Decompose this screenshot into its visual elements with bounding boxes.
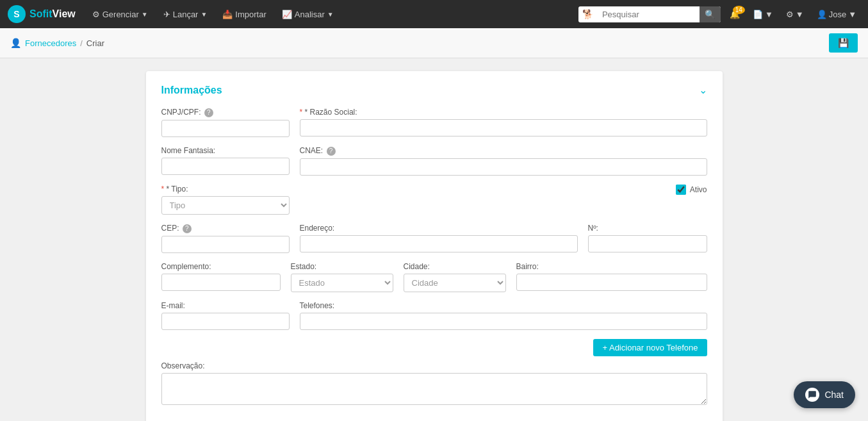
ativo-check: Ativo xyxy=(676,185,707,195)
endereco-input[interactable] xyxy=(300,235,578,252)
razao-group: * * Razão Social: xyxy=(300,108,707,137)
save-icon: 💾 xyxy=(838,38,849,48)
send-icon: ✈ xyxy=(163,10,170,19)
cnpj-label: CNPJ/CPF: ? xyxy=(161,108,290,117)
email-input[interactable] xyxy=(161,313,290,330)
nav-importar[interactable]: 📥 Importar xyxy=(216,6,272,23)
estado-label: Estado: xyxy=(291,262,393,271)
cnae-group: CNAE: ? xyxy=(300,146,707,176)
chat-label: Chat xyxy=(824,390,844,400)
nome-fantasia-label: Nome Fantasia: xyxy=(161,146,290,155)
navbar-right: 🐕 🔍 🔔 14 📄 ▼ ⚙ ▼ 👤 Jose ▼ xyxy=(578,6,860,22)
collapse-icon[interactable]: ⌄ xyxy=(699,84,707,96)
cep-input[interactable] xyxy=(161,236,290,253)
endereco-label: Endereço: xyxy=(300,224,578,233)
numero-group: Nº: xyxy=(588,224,707,253)
chevron-down-icon: ▼ xyxy=(327,11,334,18)
nav-gerenciar-label: Gerenciar xyxy=(102,10,139,19)
breadcrumb-parent-link[interactable]: Fornecedores xyxy=(25,38,76,48)
nav-importar-label: Importar xyxy=(235,10,266,19)
numero-input[interactable] xyxy=(588,235,707,252)
cnae-label: CNAE: ? xyxy=(300,146,707,156)
file-icon: 📄 xyxy=(753,10,763,19)
save-top-button[interactable]: 💾 xyxy=(829,33,858,53)
ativo-label: Ativo xyxy=(690,185,707,194)
breadcrumb-bar: 👤 Fornecedores / Criar 💾 xyxy=(0,28,868,58)
nome-fantasia-input[interactable] xyxy=(161,158,290,175)
chat-button[interactable]: Chat xyxy=(794,381,855,408)
bairro-input[interactable] xyxy=(516,274,707,291)
nav-items: ⚙ Gerenciar ▼ ✈ Lançar ▼ 📥 Importar 📈 An… xyxy=(86,6,578,23)
cidade-label: Cidade: xyxy=(404,262,506,271)
cep-group: CEP: ? xyxy=(161,224,290,253)
nome-fantasia-group: Nome Fantasia: xyxy=(161,146,290,176)
telefone-input[interactable] xyxy=(300,313,707,330)
tipo-select[interactable]: Tipo xyxy=(161,196,290,215)
add-phone-button[interactable]: + Adicionar novo Telefone xyxy=(593,339,707,356)
form-row-6: E-mail: Telefones: xyxy=(161,301,707,330)
notification-bell[interactable]: 🔔 14 xyxy=(726,7,744,22)
brand-sofit: Sofit xyxy=(29,8,53,20)
ativo-group: Ativo xyxy=(300,185,707,215)
navbar: S Sofit View ⚙ Gerenciar ▼ ✈ Lançar ▼ 📥 … xyxy=(0,0,868,28)
nav-gerenciar[interactable]: ⚙ Gerenciar ▼ xyxy=(86,6,154,23)
cep-label: CEP: ? xyxy=(161,224,290,233)
breadcrumb: 👤 Fornecedores / Criar xyxy=(10,38,104,48)
email-label: E-mail: xyxy=(161,301,290,310)
email-group: E-mail: xyxy=(161,301,290,330)
cep-help-icon[interactable]: ? xyxy=(183,224,192,233)
search-dog-icon: 🐕 xyxy=(578,6,597,22)
chevron-down-icon: ▼ xyxy=(796,10,804,19)
cnae-help-icon[interactable]: ? xyxy=(327,147,336,156)
docs-menu[interactable]: 📄 ▼ xyxy=(749,7,777,22)
search-input[interactable] xyxy=(597,7,700,22)
razao-input[interactable] xyxy=(300,119,707,136)
user-label: Jose xyxy=(829,10,846,19)
chat-bubble-icon xyxy=(805,388,819,402)
nav-lancar[interactable]: ✈ Lançar ▼ xyxy=(157,6,214,23)
cnae-input[interactable] xyxy=(300,158,707,176)
chevron-down-icon: ▼ xyxy=(848,10,856,19)
section-title: Informações xyxy=(161,85,222,96)
telefones-group: Telefones: xyxy=(300,301,707,330)
form-row-3: * * Tipo: Tipo Ativo xyxy=(161,185,707,215)
endereco-group: Endereço: xyxy=(300,224,578,253)
user-icon: 👤 xyxy=(817,10,827,19)
settings-menu[interactable]: ⚙ ▼ xyxy=(782,7,808,22)
cnpj-input[interactable] xyxy=(161,120,290,137)
card-header: Informações ⌄ xyxy=(161,84,707,96)
estado-select[interactable]: Estado xyxy=(291,274,393,292)
notification-badge: 14 xyxy=(733,6,745,14)
chevron-down-icon: ▼ xyxy=(142,11,148,18)
ativo-checkbox[interactable] xyxy=(676,185,686,195)
nav-analisar-label: Analisar xyxy=(295,10,325,19)
razao-label: * * Razão Social: xyxy=(300,108,707,117)
chat-icon xyxy=(808,390,817,399)
logo-icon: S xyxy=(8,5,26,23)
numero-label: Nº: xyxy=(588,224,707,233)
user-menu[interactable]: 👤 Jose ▼ xyxy=(813,7,860,22)
brand-view: View xyxy=(53,8,76,20)
chart-icon: 📈 xyxy=(282,10,292,19)
search-box: 🐕 🔍 xyxy=(578,6,721,22)
page-content: Informações ⌄ CNPJ/CPF: ? * * Razão Soci… xyxy=(0,58,868,421)
complemento-input[interactable] xyxy=(161,274,281,291)
nav-analisar[interactable]: 📈 Analisar ▼ xyxy=(275,6,340,23)
chevron-down-icon: ▼ xyxy=(201,11,207,18)
bairro-group: Bairro: xyxy=(516,262,707,292)
bairro-label: Bairro: xyxy=(516,262,707,271)
cidade-select[interactable]: Cidade xyxy=(404,274,506,292)
add-phone-label: + Adicionar novo Telefone xyxy=(602,343,698,352)
brand-logo[interactable]: S Sofit View xyxy=(8,5,76,23)
form-row-1: CNPJ/CPF: ? * * Razão Social: xyxy=(161,108,707,137)
observacao-input[interactable] xyxy=(161,373,707,405)
gear-icon: ⚙ xyxy=(92,10,100,19)
complemento-label: Complemento: xyxy=(161,262,281,271)
nav-lancar-label: Lançar xyxy=(173,10,199,19)
observacao-label: Observação: xyxy=(161,361,707,370)
breadcrumb-current: Criar xyxy=(86,38,104,48)
form-card: Informações ⌄ CNPJ/CPF: ? * * Razão Soci… xyxy=(146,71,723,421)
observacao-group: Observação: xyxy=(161,361,707,405)
cnpj-help-icon[interactable]: ? xyxy=(204,108,213,117)
search-button[interactable]: 🔍 xyxy=(700,6,721,22)
